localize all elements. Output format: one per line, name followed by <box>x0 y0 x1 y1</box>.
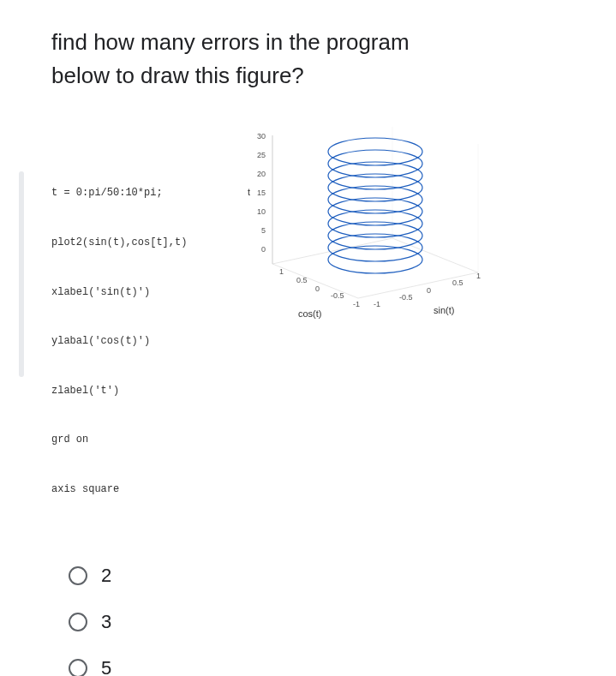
code-block: t = 0:pi/50:10*pi; plot2(sin(t),cos[t],t… <box>51 127 187 530</box>
ztick-10: 10 <box>257 207 266 216</box>
code-line-5: zlabel('t') <box>51 383 187 399</box>
helix-curve <box>328 138 422 273</box>
svg-point-12 <box>328 138 422 165</box>
option-label-3: 3 <box>101 611 111 633</box>
code-line-6: grd on <box>51 432 187 448</box>
ytick-1: 1 <box>476 272 481 280</box>
radio-icon <box>69 613 87 631</box>
svg-point-4 <box>328 234 422 261</box>
code-line-1: t = 0:pi/50:10*pi; <box>51 185 187 201</box>
xtick-n05: -0.5 <box>331 291 344 300</box>
svg-point-5 <box>328 222 422 249</box>
xtick-0: 0 <box>315 284 320 293</box>
option-label-2: 2 <box>101 565 111 587</box>
ztick-5: 5 <box>261 226 266 235</box>
ylabel: sin(t) <box>434 305 454 315</box>
svg-point-8 <box>328 186 422 213</box>
xlabel: cos(t) <box>298 308 322 319</box>
ztick-25: 25 <box>257 151 266 159</box>
ztick-20: 20 <box>257 170 266 178</box>
option-2[interactable]: 2 <box>69 565 573 587</box>
svg-point-7 <box>328 198 422 225</box>
ztick-15: 15 <box>257 188 266 197</box>
zlabel: t <box>248 187 250 197</box>
xtick-05: 0.5 <box>296 276 308 284</box>
option-label-5: 5 <box>101 657 111 676</box>
svg-point-6 <box>328 210 422 237</box>
plot-3d: 30 25 20 15 10 5 0 t 1 0.5 0 -0.5 -1 cos… <box>204 127 512 332</box>
svg-point-11 <box>328 150 422 177</box>
radio-icon <box>69 566 87 585</box>
question-line-2: below to draw this figure? <box>51 63 304 88</box>
helix-plot-svg: 30 25 20 15 10 5 0 t 1 0.5 0 -0.5 -1 cos… <box>204 127 512 332</box>
code-line-4: ylabal('cos(t)') <box>51 333 187 350</box>
radio-icon <box>69 659 87 676</box>
ztick-30: 30 <box>257 132 266 141</box>
svg-point-10 <box>328 162 422 189</box>
ytick-n1: -1 <box>374 300 380 308</box>
option-3[interactable]: 3 <box>69 611 573 633</box>
ytick-05: 0.5 <box>452 278 463 287</box>
question-text: find how many errors in the program belo… <box>51 26 573 93</box>
svg-point-3 <box>328 246 422 273</box>
figure-row: t = 0:pi/50:10*pi; plot2(sin(t),cos[t],t… <box>51 127 573 530</box>
option-5[interactable]: 5 <box>69 657 573 676</box>
ytick-0: 0 <box>427 286 431 295</box>
options-list: 2 3 5 6 <box>51 565 573 676</box>
code-line-3: xlabel('sin(t)') <box>51 284 187 301</box>
xtick-n1: -1 <box>353 300 360 308</box>
question-line-1: find how many errors in the program <box>51 29 410 55</box>
page-indicator <box>19 171 24 377</box>
ytick-n05: -0.5 <box>399 293 413 302</box>
svg-point-9 <box>328 174 422 201</box>
code-line-7: axis square <box>51 482 187 498</box>
ztick-0: 0 <box>261 245 266 254</box>
xtick-1: 1 <box>279 267 284 276</box>
code-line-2: plot2(sin(t),cos[t],t) <box>51 235 187 251</box>
